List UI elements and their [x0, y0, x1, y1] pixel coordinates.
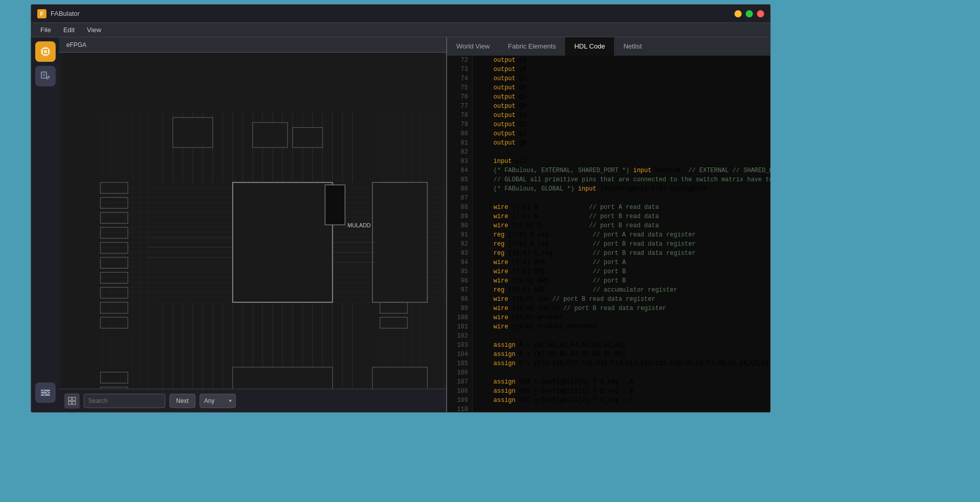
- svg-rect-139: [292, 128, 323, 148]
- tab-fabric-elements[interactable]: Fabric Elements: [499, 37, 565, 56]
- canvas-tab-label: eFPGA: [66, 41, 86, 49]
- tab-bar: World View Fabric Elements HDL Code Netl…: [447, 37, 770, 56]
- next-button[interactable]: Next: [169, 394, 195, 408]
- svg-rect-170: [68, 401, 71, 404]
- right-panel: World View Fabric Elements HDL Code Netl…: [447, 37, 770, 412]
- svg-rect-114: [233, 182, 333, 302]
- filter-select[interactable]: Any Input Output Wire Reg: [200, 394, 236, 408]
- svg-point-21: [42, 390, 44, 392]
- minimize-button[interactable]: [734, 10, 742, 17]
- app-title: FABulator: [51, 10, 734, 17]
- menu-file[interactable]: File: [35, 25, 56, 35]
- svg-rect-137: [173, 117, 213, 148]
- svg-rect-1: [44, 50, 47, 53]
- svg-rect-168: [68, 397, 71, 400]
- svg-rect-171: [72, 401, 76, 404]
- svg-rect-138: [253, 123, 287, 148]
- svg-line-17: [48, 76, 50, 77]
- sidebar-edit-button[interactable]: [35, 66, 56, 86]
- svg-rect-169: [72, 397, 76, 400]
- code-content: output Q9 output Q8 output Q7 output Q6 …: [473, 56, 770, 412]
- search-input[interactable]: [84, 394, 165, 408]
- settings-icon: [40, 388, 51, 398]
- menu-view[interactable]: View: [82, 25, 106, 35]
- close-button[interactable]: [757, 10, 764, 17]
- app-icon-text: F: [40, 11, 44, 17]
- muladd-label: MULADD: [348, 222, 371, 228]
- sidebar-settings-button[interactable]: [35, 383, 56, 403]
- svg-point-23: [43, 394, 45, 396]
- any-select-wrapper: Any Input Output Wire Reg: [200, 394, 236, 408]
- main-window: F FABulator File Edit View: [31, 4, 771, 413]
- svg-rect-115: [325, 185, 345, 225]
- menu-edit[interactable]: Edit: [58, 25, 80, 35]
- edit-icon: [40, 71, 51, 81]
- canvas-tab: eFPGA: [59, 37, 446, 53]
- layout-icon-button[interactable]: [64, 393, 80, 409]
- svg-rect-116: [373, 182, 428, 302]
- circuit-svg: MULADD: [59, 53, 446, 412]
- tab-hdl-code[interactable]: HDL Code: [565, 37, 614, 56]
- code-view[interactable]: 7273747576777879808182838485868788899091…: [447, 56, 770, 412]
- svg-rect-14: [41, 72, 46, 78]
- chip-icon: [40, 46, 51, 57]
- tab-netlist[interactable]: Netlist: [614, 37, 651, 56]
- sidebar: [31, 37, 59, 412]
- menu-bar: File Edit View: [31, 23, 770, 37]
- main-area: eFPGA: [31, 37, 770, 412]
- title-bar: F FABulator: [31, 5, 770, 23]
- window-controls: [734, 10, 764, 17]
- canvas-area: eFPGA: [59, 37, 447, 412]
- circuit-canvas[interactable]: MULADD: [59, 53, 446, 412]
- svg-point-22: [46, 392, 48, 394]
- sidebar-bottom: [35, 383, 56, 408]
- maximize-button[interactable]: [746, 10, 753, 17]
- tab-world-view[interactable]: World View: [447, 37, 499, 56]
- app-icon: F: [37, 9, 46, 18]
- line-numbers: 7273747576777879808182838485868788899091…: [447, 56, 473, 412]
- bottom-bar: Next Any Input Output Wire Reg: [59, 389, 446, 412]
- sidebar-chip-button[interactable]: [35, 41, 56, 62]
- layout-icon: [68, 397, 76, 405]
